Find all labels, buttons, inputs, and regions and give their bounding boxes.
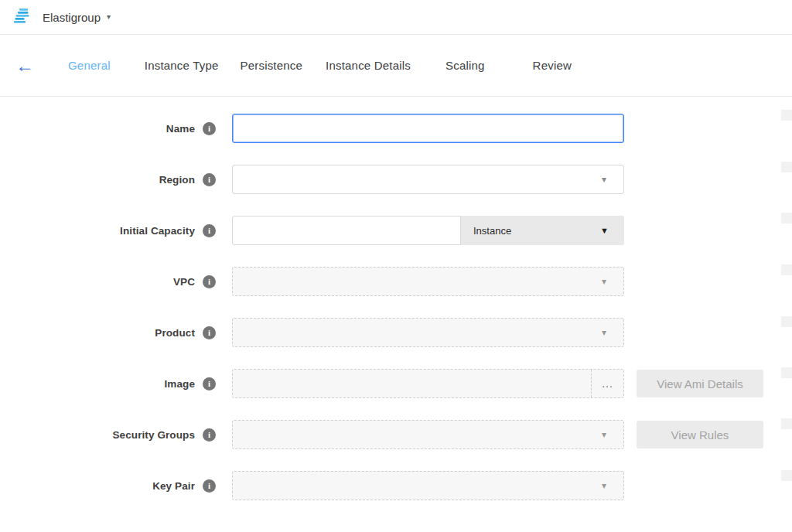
name-input[interactable]	[232, 114, 624, 143]
vpc-label: VPC	[0, 276, 195, 288]
image-browse-button: ...	[591, 370, 623, 397]
info-icon[interactable]: i	[203, 377, 216, 390]
edge-artifact	[781, 418, 792, 429]
form-row-key-pair: Key Pair i ▾	[0, 471, 792, 500]
edge-artifact	[781, 110, 792, 121]
chevron-down-icon: ▾	[602, 480, 606, 491]
chevron-down-icon: ▾	[602, 174, 606, 185]
info-icon[interactable]: i	[203, 479, 216, 493]
form-row-name: Name i	[0, 114, 792, 143]
tab-scaling[interactable]: Scaling	[446, 59, 485, 72]
capacity-unit-value: Instance	[473, 225, 511, 237]
form-row-image: Image i ... View Ami Details	[0, 369, 792, 398]
security-groups-label: Security Groups	[0, 429, 195, 441]
app-switcher[interactable]: Elastigroup	[43, 11, 101, 24]
tab-review[interactable]: Review	[533, 59, 572, 72]
form-row-product: Product i ▾	[0, 318, 792, 347]
back-button[interactable]: ←	[15, 56, 39, 75]
edge-artifact	[781, 316, 792, 327]
tab-instance-details[interactable]: Instance Details	[326, 59, 411, 72]
region-label: Region	[0, 174, 195, 186]
chevron-down-icon: ▾	[602, 276, 606, 287]
edge-artifact	[781, 162, 792, 172]
form-row-security-groups: Security Groups i ▾ View Rules	[0, 420, 792, 449]
info-icon[interactable]: i	[203, 428, 216, 442]
edge-artifact	[781, 367, 792, 378]
initial-capacity-label: Initial Capacity	[0, 225, 195, 237]
edge-artifact	[781, 213, 792, 223]
info-icon[interactable]: i	[203, 326, 216, 339]
chevron-down-icon: ▾	[602, 327, 606, 338]
info-icon[interactable]: i	[203, 224, 216, 237]
caret-down-icon: ▼	[600, 226, 609, 235]
tab-general[interactable]: General	[68, 59, 111, 72]
form-row-initial-capacity: Initial Capacity i Instance ▼	[0, 216, 792, 245]
initial-capacity-input[interactable]	[232, 216, 461, 245]
image-input: ...	[232, 369, 624, 398]
chevron-down-icon: ▾	[602, 429, 606, 440]
info-icon[interactable]: i	[203, 275, 216, 288]
app-header: Elastigroup ▾	[0, 0, 792, 35]
edge-artifact	[781, 470, 792, 481]
edge-artifact	[781, 264, 792, 275]
key-pair-select: ▾	[232, 471, 624, 500]
info-icon[interactable]: i	[203, 173, 216, 186]
view-ami-details-button: View Ami Details	[637, 370, 763, 397]
tab-instance-type[interactable]: Instance Type	[145, 59, 219, 72]
form-row-vpc: VPC i ▾	[0, 267, 792, 296]
product-select: ▾	[232, 318, 624, 347]
tab-persistence[interactable]: Persistence	[241, 59, 303, 72]
image-input-value	[233, 370, 591, 397]
tab-list: General Instance Type Persistence Instan…	[68, 59, 572, 72]
security-groups-select: ▾	[232, 420, 624, 449]
view-rules-button: View Rules	[637, 421, 763, 448]
key-pair-label: Key Pair	[0, 480, 195, 492]
app-switcher-caret-icon[interactable]: ▾	[107, 12, 111, 21]
info-icon[interactable]: i	[203, 122, 216, 135]
region-select[interactable]: ▾	[232, 165, 624, 194]
general-form: Name i Region i ▾ Initial Capacity i Ins…	[0, 97, 792, 500]
wizard-tab-bar: ← General Instance Type Persistence Inst…	[0, 35, 792, 97]
image-label: Image	[0, 378, 195, 390]
elastigroup-logo-icon	[12, 9, 33, 26]
capacity-unit-select[interactable]: Instance ▼	[461, 216, 624, 245]
vpc-select: ▾	[232, 267, 624, 296]
product-label: Product	[0, 327, 195, 339]
name-label: Name	[0, 123, 195, 135]
form-row-region: Region i ▾	[0, 165, 792, 194]
